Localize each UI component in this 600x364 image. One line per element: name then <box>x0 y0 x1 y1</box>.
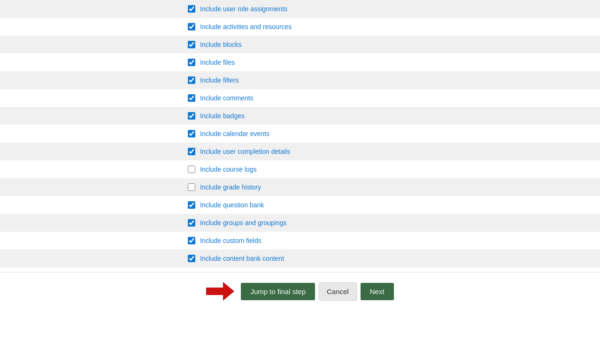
checkbox-label-course_logs[interactable]: Include course logs <box>200 166 257 173</box>
footer-bar: Jump to final step Cancel Next <box>0 272 600 310</box>
checkbox-label-badges[interactable]: Include badges <box>200 112 245 120</box>
checkbox-badges[interactable] <box>188 112 195 120</box>
arrow-indicator <box>206 282 234 301</box>
checklist-row: Include user completion details <box>0 143 600 160</box>
checkbox-comments[interactable] <box>188 94 195 102</box>
checkbox-groups[interactable] <box>188 219 195 227</box>
checkbox-label-question_bank[interactable]: Include question bank <box>200 201 264 209</box>
checkbox-blocks[interactable] <box>188 41 195 48</box>
checkbox-user_role[interactable] <box>188 5 195 13</box>
next-button[interactable]: Next <box>361 283 394 300</box>
checklist-row: Include groups and groupings <box>0 214 600 232</box>
checklist-row: Include blocks <box>0 36 600 53</box>
checklist-row: Include files <box>0 53 600 71</box>
checkbox-calendar[interactable] <box>188 130 195 137</box>
checkbox-completion[interactable] <box>188 148 195 155</box>
checkbox-custom_fields[interactable] <box>188 237 195 244</box>
checklist-row: Include comments <box>0 89 600 107</box>
checkbox-grade_history[interactable] <box>188 183 195 191</box>
checklist-row: Include question bank <box>0 196 600 214</box>
checkbox-label-blocks[interactable]: Include blocks <box>200 41 242 48</box>
arrow-body <box>206 288 223 295</box>
checklist-row: Include user role assignments <box>0 0 600 18</box>
checklist-row: Include activities and resources <box>0 18 600 36</box>
cancel-button[interactable]: Cancel <box>319 282 357 301</box>
checkbox-label-content_bank[interactable]: Include content bank content <box>200 255 284 262</box>
checkbox-label-activities[interactable]: Include activities and resources <box>200 23 292 30</box>
checkbox-label-calendar[interactable]: Include calendar events <box>200 130 269 137</box>
checkbox-question_bank[interactable] <box>188 201 195 209</box>
checkbox-course_logs[interactable] <box>188 166 195 173</box>
checkbox-filters[interactable] <box>188 76 195 84</box>
checkbox-label-completion[interactable]: Include user completion details <box>200 148 290 155</box>
checklist-row: Include custom fields <box>0 232 600 250</box>
checkbox-content_bank[interactable] <box>188 255 195 262</box>
checkbox-files[interactable] <box>188 59 195 66</box>
checkbox-label-filters[interactable]: Include filters <box>200 76 238 84</box>
checkbox-label-user_role[interactable]: Include user role assignments <box>200 5 287 13</box>
checkbox-label-groups[interactable]: Include groups and groupings <box>200 219 286 227</box>
checkbox-label-custom_fields[interactable]: Include custom fields <box>200 237 262 244</box>
checkbox-activities[interactable] <box>188 23 195 30</box>
checklist-container: Include user role assignmentsInclude act… <box>0 0 600 267</box>
checkbox-label-comments[interactable]: Include comments <box>200 94 254 102</box>
checkbox-label-grade_history[interactable]: Include grade history <box>200 183 261 191</box>
checklist-row: Include grade history <box>0 178 600 196</box>
checkbox-label-files[interactable]: Include files <box>200 59 235 66</box>
checklist-row: Include course logs <box>0 160 600 178</box>
arrow-head <box>223 282 234 301</box>
checklist-row: Include calendar events <box>0 125 600 143</box>
checklist-row: Include badges <box>0 107 600 125</box>
jump-to-final-button[interactable]: Jump to final step <box>241 283 315 300</box>
checklist-row: Include filters <box>0 71 600 89</box>
checklist-row: Include content bank content <box>0 250 600 267</box>
